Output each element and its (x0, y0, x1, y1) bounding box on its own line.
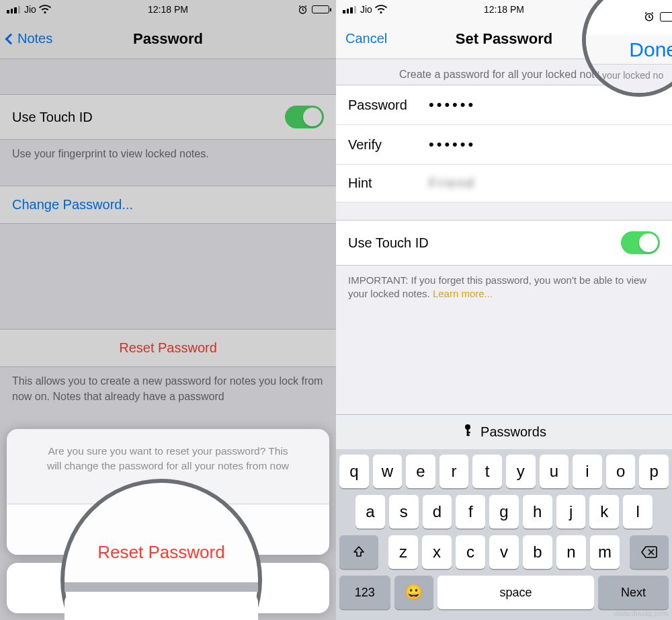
key-b[interactable]: b (523, 535, 552, 569)
wifi-icon (39, 5, 51, 14)
back-button[interactable]: Notes (7, 31, 52, 46)
use-touch-id-label: Use Touch ID (348, 235, 429, 251)
key-k[interactable]: k (589, 495, 619, 529)
verify-value: •••••• (429, 136, 476, 153)
kb-row-2: asdfghjkl (339, 495, 669, 529)
key-icon (462, 424, 474, 440)
nav-bar: Notes Password (0, 19, 336, 59)
carrier-label: Jio (360, 4, 372, 15)
create-password-note: Create a password for all your locked no… (336, 59, 672, 85)
key-q[interactable]: q (339, 455, 369, 488)
key-g[interactable]: g (489, 495, 519, 529)
keyboard: Passwords qwertyuiop asdfghjkl zxcvbnm 1… (336, 414, 672, 620)
key-i[interactable]: i (573, 455, 602, 488)
key-o[interactable]: o (606, 455, 636, 488)
kb-row-3: zxcvbnm (339, 535, 669, 569)
key-a[interactable]: a (355, 495, 385, 529)
hint-field-row[interactable]: Hint Friend (336, 165, 672, 202)
kb-row-1: qwertyuiop (339, 455, 669, 488)
key-w[interactable]: w (373, 455, 403, 488)
emoji-key[interactable]: 😀 (394, 576, 433, 609)
key-t[interactable]: t (472, 455, 502, 488)
password-field-row[interactable]: Password •••••• (336, 85, 672, 125)
key-r[interactable]: r (439, 455, 469, 488)
signal-icon (343, 6, 356, 13)
nav-bar: Cancel Set Password Done (336, 19, 672, 59)
learn-more-link[interactable]: Learn more... (433, 288, 493, 299)
key-c[interactable]: c (456, 535, 485, 569)
use-touch-id-row: Use Touch ID (336, 220, 672, 266)
backspace-key[interactable] (630, 535, 669, 569)
password-label: Password (348, 98, 429, 113)
watermark: www.deuaq.com (614, 609, 668, 617)
key-j[interactable]: j (556, 495, 586, 529)
svg-rect-4 (467, 432, 470, 433)
important-note: IMPORTANT: If you forget this password, … (336, 266, 672, 309)
sheet-cancel-button[interactable]: Cancel (7, 563, 329, 613)
quicktype-bar[interactable]: Passwords (336, 414, 672, 449)
use-touch-id-row: Use Touch ID (0, 94, 336, 140)
touch-id-toggle[interactable] (285, 106, 324, 128)
battery-icon (648, 5, 665, 13)
key-y[interactable]: y (506, 455, 536, 488)
sheet-message: Are you sure you want to reset your pass… (7, 429, 329, 504)
svg-rect-5 (467, 434, 470, 436)
numbers-key[interactable]: 123 (339, 576, 390, 609)
hint-label: Hint (348, 176, 429, 191)
key-n[interactable]: n (556, 535, 586, 569)
key-u[interactable]: u (540, 455, 569, 488)
touch-id-footer: Use your fingerprint to view locked note… (0, 140, 336, 161)
alarm-icon (634, 5, 644, 15)
sheet-reset-button[interactable]: Reset Password (7, 504, 329, 555)
wifi-icon (375, 5, 387, 14)
chevron-left-icon (5, 33, 17, 44)
page-title: Password (133, 30, 203, 48)
battery-icon (312, 5, 329, 13)
key-s[interactable]: s (389, 495, 419, 529)
svg-point-2 (465, 424, 470, 430)
signal-icon (7, 6, 20, 13)
password-value: •••••• (429, 96, 476, 114)
key-z[interactable]: z (388, 535, 418, 569)
touch-id-toggle[interactable] (621, 231, 660, 254)
status-bar: Jio 12:18 PM (336, 0, 672, 19)
screen-password-settings: Jio 12:18 PM Notes Password Use (0, 0, 336, 620)
cancel-button[interactable]: Cancel (345, 31, 387, 46)
done-button[interactable]: Done (626, 30, 663, 48)
key-p[interactable]: p (639, 455, 669, 488)
action-sheet: Are you sure you want to reset your pass… (7, 429, 329, 613)
reset-password-row[interactable]: Reset Password (0, 329, 336, 367)
change-password-row[interactable]: Change Password... (0, 186, 336, 224)
key-d[interactable]: d (423, 495, 452, 529)
verify-label: Verify (348, 137, 429, 153)
key-e[interactable]: e (406, 455, 435, 488)
status-bar: Jio 12:18 PM (0, 0, 336, 19)
shift-key[interactable] (339, 535, 378, 569)
hint-value: Friend (429, 176, 475, 191)
carrier-label: Jio (24, 4, 36, 15)
verify-field-row[interactable]: Verify •••••• (336, 125, 672, 165)
next-key[interactable]: Next (598, 576, 669, 609)
alarm-icon (298, 5, 308, 15)
key-f[interactable]: f (456, 495, 485, 529)
screen-set-password: Jio 12:18 PM Cancel Set Password Done Cr… (336, 0, 672, 620)
key-m[interactable]: m (590, 535, 620, 569)
key-v[interactable]: v (489, 535, 519, 569)
reset-footer: This allows you to create a new password… (0, 367, 336, 404)
use-touch-id-label: Use Touch ID (12, 110, 93, 125)
key-x[interactable]: x (422, 535, 452, 569)
back-label: Notes (17, 31, 52, 46)
space-key[interactable]: space (437, 576, 594, 609)
page-title: Set Password (456, 30, 552, 48)
key-h[interactable]: h (523, 495, 552, 529)
key-l[interactable]: l (623, 495, 653, 529)
